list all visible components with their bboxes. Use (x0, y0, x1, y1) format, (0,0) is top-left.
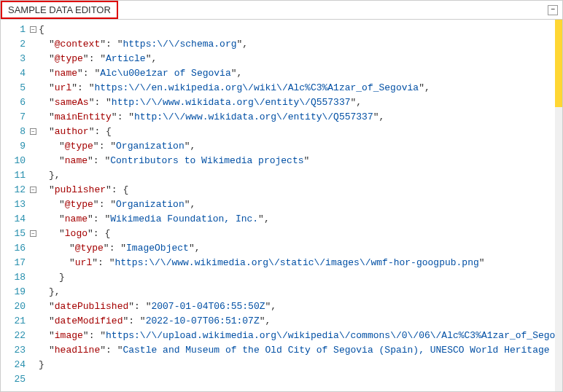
code-line: "datePublished": "2007-01-04T06:55:50Z", (39, 299, 562, 314)
code-line: "author": { (39, 125, 562, 139)
code-line: "@type": "Organization", (39, 197, 562, 212)
line-number: 1 (1, 23, 26, 37)
line-number: 9 (1, 139, 26, 154)
fold-toggle-icon[interactable]: − (30, 230, 36, 237)
code-line: "publisher": { (39, 183, 562, 197)
line-number: 20 (1, 299, 26, 314)
collapse-button[interactable]: − (548, 5, 558, 15)
line-number: 18 (1, 270, 26, 285)
line-number: 17 (1, 256, 26, 270)
line-number: 8 (1, 125, 26, 139)
line-number: 15 (1, 227, 26, 241)
code-line: "url": "https:\/\/www.wikimedia.org\/sta… (39, 256, 562, 270)
fold-toggle-icon[interactable]: − (30, 187, 36, 193)
code-line: "name": "Contributors to Wikimedia proje… (39, 154, 562, 168)
panel-title: SAMPLE DATA EDITOR (1, 1, 118, 19)
line-number: 3 (1, 52, 26, 66)
code-line: "@type": "Organization", (39, 139, 562, 154)
code-line: "@type": "Article", (39, 52, 562, 66)
code-line: "mainEntity": "http:\/\/www.wikidata.org… (39, 110, 562, 125)
line-number: 16 (1, 241, 26, 256)
code-line: "image": "https:\/\/upload.wikimedia.org… (39, 329, 562, 343)
code-line: "logo": { (39, 227, 562, 241)
code-line: "url": "https:\/\/en.wikipedia.org\/wiki… (39, 81, 562, 95)
line-number: 19 (1, 285, 26, 299)
scrollbar-track[interactable] (555, 20, 562, 391)
line-number: 2 (1, 37, 26, 52)
code-line: "name": "Wikimedia Foundation, Inc.", (39, 212, 562, 227)
line-number: 24 (1, 358, 26, 372)
code-line: }, (39, 168, 562, 183)
code-area[interactable]: {"@context": "https:\/\/schema.org","@ty… (39, 20, 562, 391)
code-line: "dateModified": "2022-10-07T06:51:07Z", (39, 314, 562, 329)
line-number: 4 (1, 66, 26, 81)
line-number: 6 (1, 95, 26, 110)
fold-toggle-icon[interactable]: − (30, 128, 36, 135)
code-line: "@type": "ImageObject", (39, 241, 562, 256)
line-number: 5 (1, 81, 26, 95)
line-number: 22 (1, 329, 26, 343)
scrollbar-thumb[interactable] (555, 20, 562, 107)
code-line: "headline": "Castle and Museum of the Ol… (39, 343, 562, 358)
code-line: }, (39, 285, 562, 299)
code-line: "name": "Alc\u00e1zar of Segovia", (39, 66, 562, 81)
code-line: "sameAs": "http:\/\/www.wikidata.org\/en… (39, 95, 562, 110)
code-line: } (39, 358, 562, 372)
line-number: 21 (1, 314, 26, 329)
line-number: 13 (1, 197, 26, 212)
fold-toggle-icon[interactable]: − (30, 26, 36, 33)
code-line: } (39, 270, 562, 285)
code-line (39, 372, 562, 387)
editor-header: SAMPLE DATA EDITOR − (1, 1, 562, 20)
code-editor[interactable]: 1234567891011121314151617181920212223242… (1, 20, 562, 391)
line-number: 14 (1, 212, 26, 227)
line-number: 25 (1, 372, 26, 387)
code-line: "@context": "https:\/\/schema.org", (39, 37, 562, 52)
code-line: { (39, 23, 562, 37)
line-number: 11 (1, 168, 26, 183)
line-number: 23 (1, 343, 26, 358)
line-number-gutter: 1234567891011121314151617181920212223242… (1, 20, 39, 391)
line-number: 12 (1, 183, 26, 197)
line-number: 10 (1, 154, 26, 168)
line-number: 7 (1, 110, 26, 125)
